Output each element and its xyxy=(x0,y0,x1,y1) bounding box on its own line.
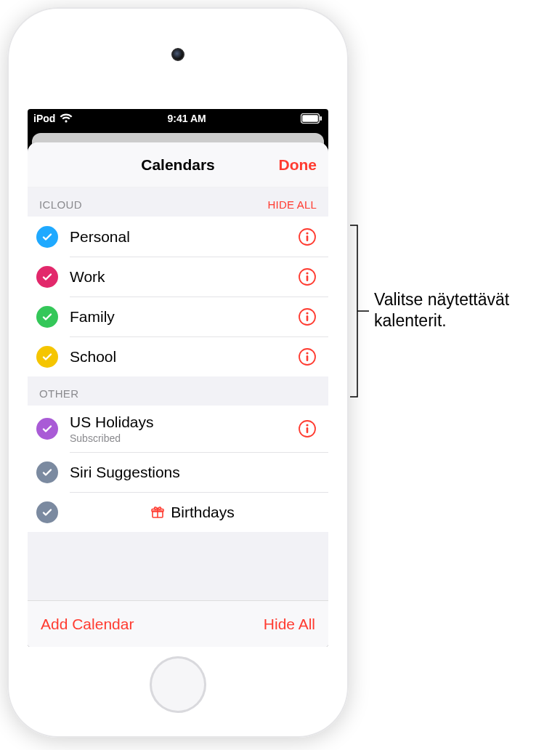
checkmark-icon[interactable] xyxy=(36,461,58,483)
other-group: US Holidays Subscribed Siri Suggestions … xyxy=(28,406,328,532)
info-icon[interactable] xyxy=(296,306,318,328)
front-camera xyxy=(171,48,184,61)
svg-rect-14 xyxy=(307,355,309,361)
hide-all-button[interactable]: Hide All xyxy=(264,616,315,633)
calendar-row-siri[interactable]: Siri Suggestions xyxy=(28,452,328,492)
battery-icon xyxy=(301,113,322,124)
info-icon[interactable] xyxy=(296,418,318,440)
callout-line2: kalenterit. xyxy=(374,310,509,331)
svg-point-10 xyxy=(306,312,308,314)
section-title: OTHER xyxy=(39,387,79,400)
info-icon[interactable] xyxy=(296,346,318,368)
home-button[interactable] xyxy=(150,656,206,713)
calendar-row-work[interactable]: Work xyxy=(28,257,328,297)
calendar-label: Birthdays xyxy=(171,504,235,521)
device-frame: iPod 9:41 AM Calendars Done ICLOUD HIDE … xyxy=(7,7,349,738)
calendar-label: US Holidays xyxy=(70,414,296,431)
section-title: ICLOUD xyxy=(39,198,82,211)
checkmark-icon[interactable] xyxy=(36,346,58,368)
calendar-label: Personal xyxy=(70,228,296,246)
calendar-row-family[interactable]: Family xyxy=(28,297,328,336)
svg-rect-11 xyxy=(307,315,309,321)
checkmark-icon[interactable] xyxy=(36,306,58,328)
carrier-label: iPod xyxy=(33,113,55,124)
nav-bar: Calendars Done xyxy=(28,142,328,188)
status-bar: iPod 9:41 AM xyxy=(28,109,328,128)
svg-point-4 xyxy=(306,232,308,234)
calendar-row-us-holidays[interactable]: US Holidays Subscribed xyxy=(28,406,328,452)
section-header-icloud: ICLOUD HIDE ALL xyxy=(28,188,328,217)
calendar-row-birthdays[interactable]: Birthdays xyxy=(28,492,328,532)
calendar-sublabel: Subscribed xyxy=(70,432,296,444)
calendar-label: Siri Suggestions xyxy=(70,464,318,481)
calendar-label: Work xyxy=(70,268,296,286)
svg-rect-5 xyxy=(307,235,309,241)
svg-point-16 xyxy=(306,424,308,426)
icloud-group: Personal Work Family School xyxy=(28,217,328,376)
svg-point-7 xyxy=(306,272,308,274)
calendars-sheet: Calendars Done ICLOUD HIDE ALL Personal … xyxy=(28,142,328,647)
checkmark-icon[interactable] xyxy=(36,226,58,248)
done-button[interactable]: Done xyxy=(279,156,317,174)
screen: iPod 9:41 AM Calendars Done ICLOUD HIDE … xyxy=(28,109,328,647)
svg-rect-1 xyxy=(302,115,318,122)
callout-text: Valitse näytettävät kalenterit. xyxy=(374,289,509,331)
page-title: Calendars xyxy=(141,156,215,174)
calendar-label: Family xyxy=(70,308,296,326)
hide-all-icloud-button[interactable]: HIDE ALL xyxy=(268,198,317,211)
calendar-label: School xyxy=(70,348,296,366)
checkmark-icon[interactable] xyxy=(36,501,58,523)
wifi-icon xyxy=(60,113,73,124)
section-header-other: OTHER xyxy=(28,376,328,406)
callout-bracket xyxy=(349,224,370,398)
svg-rect-8 xyxy=(307,275,309,281)
checkmark-icon[interactable] xyxy=(36,418,58,440)
callout-line1: Valitse näytettävät xyxy=(374,289,509,310)
svg-rect-2 xyxy=(320,116,322,121)
calendar-row-personal[interactable]: Personal xyxy=(28,217,328,257)
info-icon[interactable] xyxy=(296,226,318,248)
gift-icon xyxy=(150,505,165,520)
clock-label: 9:41 AM xyxy=(168,113,206,124)
svg-point-13 xyxy=(306,352,308,354)
bottom-toolbar: Add Calendar Hide All xyxy=(28,600,328,647)
checkmark-icon[interactable] xyxy=(36,266,58,288)
svg-rect-17 xyxy=(307,427,309,433)
add-calendar-button[interactable]: Add Calendar xyxy=(41,616,134,633)
info-icon[interactable] xyxy=(296,266,318,288)
calendar-row-school[interactable]: School xyxy=(28,336,328,376)
